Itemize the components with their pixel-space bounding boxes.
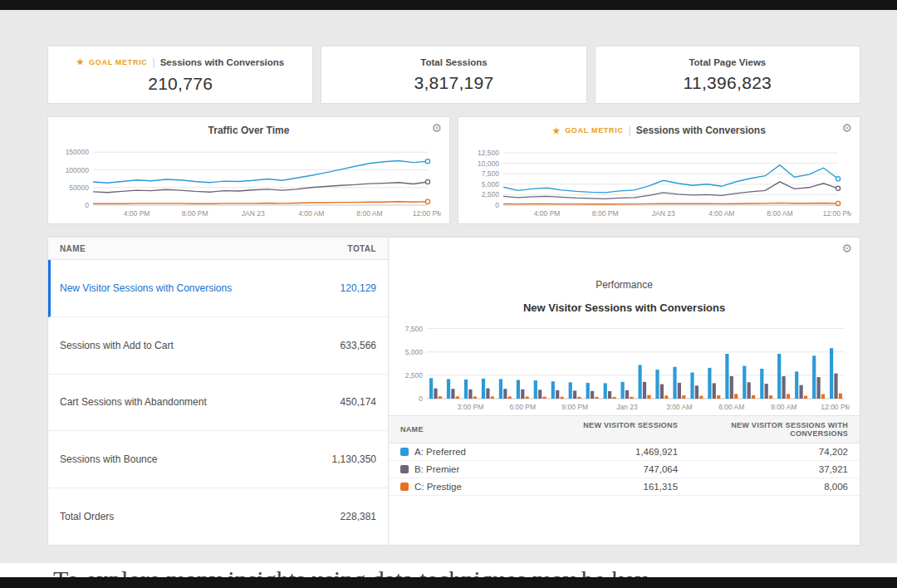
performance-detail: ⚙ Performance New Visitor Sessions with … xyxy=(389,238,860,545)
sessions-with-conversions-chart: 02,5005,0007,50010,00012,5004:00 PM8:00 … xyxy=(465,142,851,218)
kpi-value: 210,776 xyxy=(148,74,213,94)
kpi-metric-name: Total Page Views xyxy=(689,57,766,67)
metric-row-total-orders[interactable]: Total Orders 228,381 xyxy=(48,488,388,545)
column-header-new-visitor-sessions-with-conversions: NEW VISITOR SESSIONS WITH CONVERSIONS xyxy=(678,421,848,438)
svg-text:3:00 AM: 3:00 AM xyxy=(666,403,692,411)
settings-gear-icon[interactable]: ⚙ xyxy=(841,122,852,134)
column-header-new-visitor-sessions: NEW VISITOR SESSIONS xyxy=(561,421,678,438)
segment-row-b-premier[interactable]: B: Premier 747,064 37,921 xyxy=(389,461,860,478)
svg-text:12:00 PM: 12:00 PM xyxy=(823,209,851,218)
svg-text:5,000: 5,000 xyxy=(482,180,500,189)
settings-gear-icon[interactable]: ⚙ xyxy=(841,243,852,254)
analytics-dashboard: ★ GOAL METRIC | Sessions with Conversion… xyxy=(0,10,897,563)
segment-name: C: Prestige xyxy=(414,482,462,492)
performance-bar-chart: 02,5005,0007,5003:00 PM6:00 PM9:00 PMJan… xyxy=(394,319,850,412)
panel-title: New Visitor Sessions with Conversions xyxy=(389,301,860,314)
svg-text:8:00 AM: 8:00 AM xyxy=(356,209,382,218)
metric-table-header: NAME TOTAL xyxy=(48,238,388,260)
svg-text:5,000: 5,000 xyxy=(405,348,424,356)
svg-text:7,500: 7,500 xyxy=(482,169,500,178)
sessions-with-conversions-card: ★ GOAL METRIC | Sessions with Conversion… xyxy=(458,116,860,224)
segment-name: B: Premier xyxy=(414,464,459,474)
svg-text:12,500: 12,500 xyxy=(478,149,499,157)
svg-text:150000: 150000 xyxy=(66,148,90,156)
svg-text:100000: 100000 xyxy=(66,166,90,174)
goal-star-icon: ★ xyxy=(76,57,84,66)
column-header-name: NAME xyxy=(400,421,561,438)
chart-title: Traffic Over Time xyxy=(208,125,290,136)
series-color-swatch xyxy=(400,465,409,473)
svg-text:4:00 AM: 4:00 AM xyxy=(708,209,734,218)
segment-sessions: 747,064 xyxy=(561,464,678,474)
segment-conversions: 74,202 xyxy=(678,447,848,457)
metric-total: 228,381 xyxy=(341,511,376,522)
performance-panel: NAME TOTAL New Visitor Sessions with Con… xyxy=(47,237,860,546)
kpi-card-total-page-views: Total Page Views 11,396,823 xyxy=(595,46,860,104)
segment-conversions: 8,006 xyxy=(678,482,848,492)
svg-text:0: 0 xyxy=(495,201,499,209)
svg-text:2,500: 2,500 xyxy=(482,190,500,198)
chart-title: Sessions with Conversions xyxy=(636,125,766,136)
cropped-article-text-strip: To explore many insights using data tech… xyxy=(0,563,897,577)
segment-row-a-preferred[interactable]: A: Preferred 1,469,921 74,202 xyxy=(389,443,860,461)
kpi-label: ★ GOAL METRIC | Sessions with Conversion… xyxy=(76,56,284,68)
svg-text:50000: 50000 xyxy=(69,184,89,192)
kpi-summary-row: ★ GOAL METRIC | Sessions with Conversion… xyxy=(47,46,860,104)
kpi-value: 3,817,197 xyxy=(414,73,493,93)
metric-total: 120,129 xyxy=(341,282,376,294)
kpi-card-total-sessions: Total Sessions 3,817,197 xyxy=(321,46,586,104)
metric-table: NAME TOTAL New Visitor Sessions with Con… xyxy=(48,238,389,545)
letterbox-top-bar xyxy=(0,0,897,10)
svg-text:12:00 PM: 12:00 PM xyxy=(413,209,441,218)
metric-name: Cart Sessions with Abandonment xyxy=(60,396,207,408)
goal-star-icon: ★ xyxy=(552,126,560,135)
column-header-name: NAME xyxy=(60,244,86,253)
chart-header: ★ GOAL METRIC | Sessions with Conversion… xyxy=(458,125,860,136)
metric-name: Sessions with Bounce xyxy=(60,453,157,465)
svg-text:6:00 PM: 6:00 PM xyxy=(509,403,536,411)
segment-sessions: 1,469,921 xyxy=(561,447,678,457)
traffic-over-time-card: Traffic Over Time ⚙ 0500001000001500004:… xyxy=(47,116,450,224)
kpi-label: Total Sessions xyxy=(420,57,487,67)
kpi-label: Total Page Views xyxy=(689,57,766,67)
label-divider: | xyxy=(629,125,631,136)
partial-text: To explore many insights using data tech… xyxy=(53,566,647,577)
metric-total: 450,174 xyxy=(341,396,376,408)
segment-conversions: 37,921 xyxy=(678,464,848,474)
settings-gear-icon[interactable]: ⚙ xyxy=(431,122,442,134)
svg-text:7,500: 7,500 xyxy=(405,325,424,333)
segment-table-header: NAME NEW VISITOR SESSIONS NEW VISITOR SE… xyxy=(389,415,860,443)
svg-text:Jan 23: Jan 23 xyxy=(616,403,638,411)
goal-metric-badge: GOAL METRIC xyxy=(565,126,624,135)
kpi-metric-name: Sessions with Conversions xyxy=(160,57,285,67)
svg-text:8:00 PM: 8:00 PM xyxy=(182,209,208,218)
goal-metric-badge: GOAL METRIC xyxy=(89,58,148,66)
metric-row-sessions-with-add-to-cart[interactable]: Sessions with Add to Cart 633,566 xyxy=(48,317,388,375)
metric-row-sessions-with-bounce[interactable]: Sessions with Bounce 1,130,350 xyxy=(48,431,388,488)
metric-row-cart-sessions-with-abandonment[interactable]: Cart Sessions with Abandonment 450,174 xyxy=(48,375,388,432)
metric-total: 1,130,350 xyxy=(332,453,376,465)
metric-name: Sessions with Add to Cart xyxy=(60,340,174,351)
kpi-metric-name: Total Sessions xyxy=(420,57,487,67)
line-charts-row: Traffic Over Time ⚙ 0500001000001500004:… xyxy=(47,116,860,224)
segment-sessions: 161,315 xyxy=(561,482,678,492)
metric-name: New Visitor Sessions with Conversions xyxy=(60,282,232,294)
metric-name: Total Orders xyxy=(60,511,114,522)
svg-text:9:00 AM: 9:00 AM xyxy=(771,403,797,411)
letterbox-bottom-bar xyxy=(0,577,897,588)
svg-text:9:00 PM: 9:00 PM xyxy=(561,403,588,411)
svg-text:3:00 PM: 3:00 PM xyxy=(458,403,484,411)
svg-text:0: 0 xyxy=(419,394,423,403)
metric-row-new-visitor-sessions-with-conversions[interactable]: New Visitor Sessions with Conversions 12… xyxy=(48,260,388,317)
segment-name: A: Preferred xyxy=(414,447,466,457)
svg-text:12:00 PM: 12:00 PM xyxy=(821,403,850,411)
svg-text:4:00 PM: 4:00 PM xyxy=(534,209,561,218)
svg-text:10,000: 10,000 xyxy=(478,159,499,168)
svg-text:0: 0 xyxy=(85,201,89,209)
svg-text:2,500: 2,500 xyxy=(405,371,424,380)
traffic-over-time-chart: 0500001000001500004:00 PM8:00 PMJAN 234:… xyxy=(55,142,441,218)
segment-row-c-prestige[interactable]: C: Prestige 161,315 8,006 xyxy=(389,478,860,496)
svg-text:8:00 AM: 8:00 AM xyxy=(767,209,792,218)
column-header-total: TOTAL xyxy=(348,244,376,253)
metric-total: 633,566 xyxy=(341,340,376,351)
